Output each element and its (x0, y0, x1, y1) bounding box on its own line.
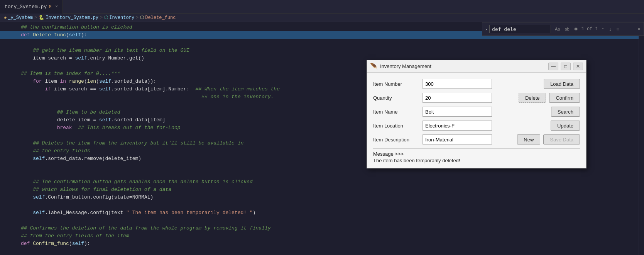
item-description-input[interactable] (423, 134, 492, 144)
maximize-button[interactable]: □ (561, 63, 571, 70)
breadcrumb: ◈ _y_System > 🐍 Inventory_System.py > ⬡ … (0, 14, 644, 22)
find-options: Aa ab ✱ (553, 26, 579, 32)
breadcrumb-file-icon-0: ◈ (4, 15, 7, 20)
find-word-btn[interactable]: ab (563, 26, 571, 32)
breadcrumb-item-0[interactable]: ◈ _y_System (4, 15, 33, 20)
message-area: Message >>> The item has been temporaril… (373, 148, 580, 163)
find-menu-btn[interactable]: ≡ (615, 25, 620, 33)
quantity-label: Quantity (373, 95, 419, 101)
code-line: ## Confirmes the deletion of the data fr… (0, 224, 644, 232)
code-line (0, 170, 644, 178)
code-line: ## The confirmation button gets enables … (0, 178, 644, 186)
breadcrumb-sep-0: > (34, 15, 37, 20)
item-number-row: Item Number Load Data (373, 79, 580, 89)
inventory-window: 🪶 Inventory Management — □ ✕ Item Number… (367, 60, 587, 168)
find-close-btn[interactable]: × (637, 26, 641, 32)
inventory-window-title: Inventory Management (380, 63, 546, 69)
item-location-label: Item Location (373, 123, 419, 129)
code-line: ## from the entry fields of the item (0, 232, 644, 240)
item-location-input[interactable] (423, 121, 492, 131)
minimize-button[interactable]: — (548, 63, 558, 70)
breadcrumb-item-3[interactable]: ⬡ Delete_func (140, 15, 176, 20)
item-name-row: Item Name Search (373, 107, 580, 117)
item-location-row: Item Location Update (373, 121, 580, 131)
message-label: Message >>> (373, 151, 580, 157)
editor-container: tory_System.py M × ◈ _y_System > 🐍 Inven… (0, 0, 644, 255)
search-button[interactable]: Search (551, 107, 580, 117)
find-label: › (485, 26, 487, 32)
code-line (0, 248, 644, 255)
message-text: The item has been temporarily deleted! (373, 158, 580, 163)
breadcrumb-class-icon: ⬡ (104, 15, 108, 20)
update-button[interactable]: Update (551, 121, 580, 131)
tab-filename: tory_System.py (5, 4, 47, 10)
load-data-button[interactable]: Load Data (544, 79, 580, 89)
item-name-label: Item Name (373, 109, 419, 115)
code-line (0, 39, 644, 47)
find-case-btn[interactable]: Aa (553, 26, 561, 32)
editor-tab[interactable]: tory_System.py M × (0, 0, 63, 14)
item-name-input[interactable] (423, 107, 492, 117)
confirm-button[interactable]: Confirm (549, 93, 580, 103)
breadcrumb-sep-1: > (100, 15, 103, 20)
tab-modified-marker: M (49, 5, 51, 9)
save-data-button[interactable]: Save Data (543, 134, 580, 144)
breadcrumb-func-icon: ⬡ (140, 15, 144, 20)
item-number-input[interactable] (423, 79, 492, 89)
new-button[interactable]: New (517, 134, 540, 144)
scrollbar-track[interactable] (639, 22, 644, 255)
find-prev-btn[interactable]: ↑ (600, 25, 605, 33)
find-bar: › Aa ab ✱ 1 of 1 ↑ ↓ ≡ × (482, 22, 644, 36)
find-next-btn[interactable]: ↓ (608, 25, 613, 33)
quantity-row: Quantity Delete Confirm (373, 93, 580, 103)
find-regex-btn[interactable]: ✱ (573, 26, 579, 32)
code-line (0, 201, 644, 209)
code-line: ## which allows for final deletetion of … (0, 186, 644, 194)
item-description-label: Item Description (373, 137, 419, 143)
tab-bar: tory_System.py M × (0, 0, 644, 14)
breadcrumb-file-icon-1: 🐍 (39, 15, 44, 20)
inventory-window-icon: 🪶 (370, 63, 378, 70)
code-line (0, 217, 644, 224)
inventory-body: Item Number Load Data Quantity Delete Co… (367, 73, 586, 168)
inventory-titlebar: 🪶 Inventory Management — □ ✕ (367, 60, 586, 73)
find-count: 1 of 1 (581, 26, 598, 32)
code-line: def Confirm_func(self): (0, 240, 644, 248)
item-description-row: Item Description New Save Data (373, 134, 580, 144)
quantity-input[interactable] (423, 93, 492, 103)
code-line: ## gets the item number in its text fiel… (0, 47, 644, 54)
find-input[interactable] (489, 25, 551, 33)
delete-button[interactable]: Delete (519, 93, 546, 103)
tab-close-icon[interactable]: × (55, 4, 58, 9)
code-line: self.Confirm_button.config(state=NORMAL) (0, 194, 644, 201)
breadcrumb-item-2[interactable]: ⬡ Inventory (104, 15, 134, 20)
item-number-label: Item Number (373, 81, 419, 87)
breadcrumb-sep-2: > (136, 15, 139, 20)
code-line: self.label_Message.config(text=" The ite… (0, 209, 644, 217)
breadcrumb-item-1[interactable]: 🐍 Inventory_System.py (39, 15, 98, 20)
close-window-button[interactable]: ✕ (573, 63, 583, 70)
